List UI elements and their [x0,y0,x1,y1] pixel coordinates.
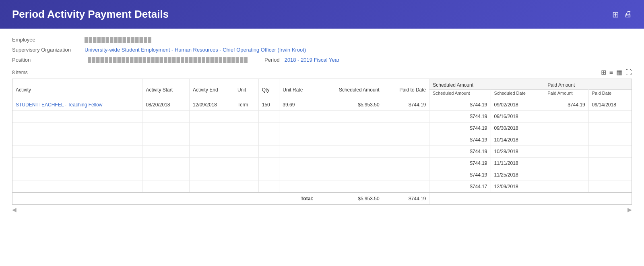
cell-sched-date: 09/02/2018 [491,99,544,111]
print-icon[interactable]: 🖨 [624,10,632,19]
activity-link[interactable]: STUDENTTEACHFEL - Teaching Fellow [16,102,102,108]
cell-paid-amount [544,111,589,123]
cell-activity-end [189,146,234,158]
cell-activity-end [189,169,234,181]
cell-paid-to-date [383,111,429,123]
cell-paid-amount [544,181,589,193]
cell-unit [234,111,258,123]
cell-activity-start [142,169,190,181]
grid-icon[interactable]: ⊞ [612,10,619,19]
fullscreen-icon[interactable]: ⛶ [625,69,632,76]
position-value: ██████████████████████████████████████ [88,57,248,63]
position-period-row: Position ███████████████████████████████… [12,57,632,63]
col-paid-date-sub: Paid Date [588,90,632,99]
cell-sched-date: 11/25/2018 [491,169,544,181]
col-unit-rate: Unit Rate [279,79,317,99]
cell-qty [258,169,279,181]
cell-paid-date: 09/14/2018 [588,99,632,111]
total-row: Total: $5,953.50 $744.19 [12,193,632,204]
scroll-left-icon[interactable]: ◀ [12,206,17,213]
table-row: $744.1911/11/2018 [12,158,632,169]
cell-activity-end [189,181,234,193]
cell-qty [258,123,279,134]
cell-paid-date [588,134,632,146]
cell-qty [258,181,279,193]
cell-paid-to-date [383,123,429,134]
col-activity-end: Activity End [189,79,234,99]
cell-scheduled-amount [317,134,383,146]
cell-activity [12,134,142,146]
cell-activity-end [189,158,234,169]
cell-paid-to-date [383,158,429,169]
col-sched-date-sub: Scheduled Date [491,90,544,99]
cell-unit [234,158,258,169]
cell-scheduled-amount [317,158,383,169]
col-activity-start: Activity Start [142,79,190,99]
cell-scheduled-amount [317,181,383,193]
cell-unit [234,181,258,193]
cell-unit-rate [279,158,317,169]
period-value[interactable]: 2018 - 2019 Fiscal Year [285,57,340,63]
chart-icon[interactable]: ▦ [616,69,622,76]
cell-activity [12,181,142,193]
total-label: Total: [12,193,317,204]
cell-paid-amount [544,134,589,146]
cell-qty [258,134,279,146]
employee-value: ████████████████ [85,37,152,43]
cell-qty [258,111,279,123]
cell-sched-date: 10/14/2018 [491,134,544,146]
cell-activity-start [142,111,190,123]
cell-sched-amount: $744.19 [429,123,491,134]
cell-paid-date [588,169,632,181]
table-row: $744.1712/09/2018 [12,181,632,193]
cell-activity-start [142,146,190,158]
cell-unit [234,134,258,146]
cell-activity [12,146,142,158]
cell-activity-start [142,181,190,193]
cell-unit-rate [279,146,317,158]
cell-activity[interactable]: STUDENTTEACHFEL - Teaching Fellow [12,99,142,111]
total-paid-to-date: $744.19 [383,193,429,204]
table-row: $744.1911/25/2018 [12,169,632,181]
cell-sched-date: 09/30/2018 [491,123,544,134]
cell-paid-date [588,123,632,134]
scroll-hint: ◀ ▶ [12,205,632,214]
cell-paid-amount [544,123,589,134]
cell-paid-date [588,181,632,193]
page-header: Period Activity Payment Details ⊞ 🖨 [0,0,644,29]
period-group: Period 2018 - 2019 Fiscal Year [264,57,339,63]
filter-icon[interactable]: ≡ [609,69,613,76]
cell-unit [234,123,258,134]
position-label: Position [12,57,85,63]
columns-icon[interactable]: ⊞ [601,69,606,76]
cell-paid-date [588,111,632,123]
scroll-right-icon[interactable]: ▶ [627,206,632,213]
table-row: STUDENTTEACHFEL - Teaching Fellow08/20/2… [12,99,632,111]
cell-scheduled-amount [317,169,383,181]
page-title: Period Activity Payment Details [12,8,169,21]
cell-sched-amount: $744.17 [429,181,491,193]
cell-sched-date: 12/09/2018 [491,181,544,193]
cell-activity-start: 08/20/2018 [142,99,190,111]
cell-paid-amount: $744.19 [544,99,589,111]
cell-sched-date: 10/28/2018 [491,146,544,158]
supervisory-org-value[interactable]: University-wide Student Employment - Hum… [85,47,306,53]
cell-scheduled-amount [317,146,383,158]
cell-qty [258,158,279,169]
cell-activity-end [189,134,234,146]
table-footer: Total: $5,953.50 $744.19 [12,193,632,204]
cell-unit [234,169,258,181]
cell-sched-date: 09/16/2018 [491,111,544,123]
cell-sched-amount: $744.19 [429,99,491,111]
col-group-paid: Paid Amount [544,79,632,90]
col-paid-amount-sub: Paid Amount [544,90,589,99]
cell-activity-start [142,123,190,134]
col-paid-to-date: Paid to Date [383,79,429,99]
table-row: $744.1909/30/2018 [12,123,632,134]
cell-activity-end [189,123,234,134]
col-qty: Qty [258,79,279,99]
supervisory-org-label: Supervisory Organization [12,47,85,53]
cell-sched-date: 11/11/2018 [491,158,544,169]
cell-unit-rate [279,134,317,146]
cell-sched-amount: $744.19 [429,158,491,169]
